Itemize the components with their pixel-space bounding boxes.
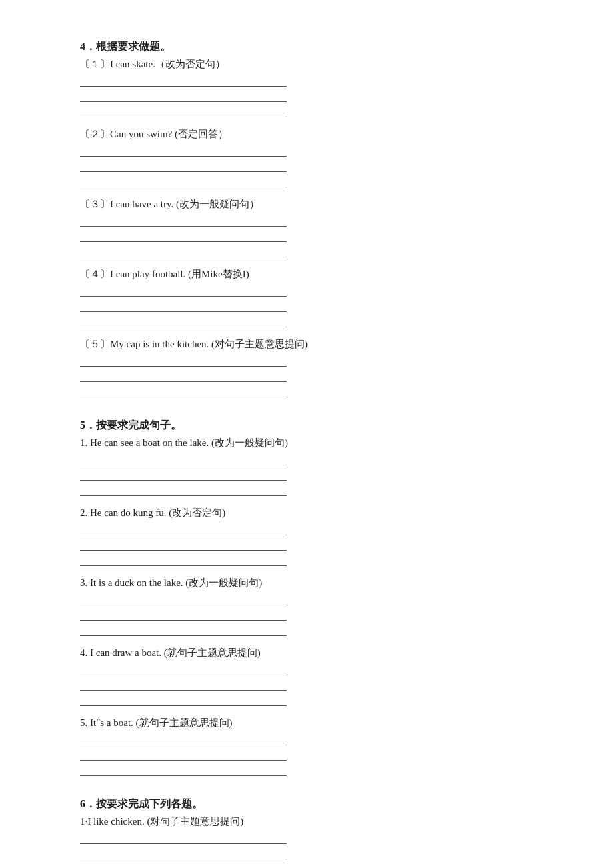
answer-line: [80, 522, 287, 535]
answer-line: [80, 213, 287, 227]
answer-line: [80, 763, 287, 776]
answer-line: [80, 104, 287, 117]
answer-line: [80, 592, 287, 605]
answer-line: [80, 483, 287, 496]
section-6: 6．按要求完成下列各题。 1·I like chicken. (对句子主题意思提…: [80, 797, 540, 868]
answer-line: [80, 174, 287, 187]
answer-line: [80, 693, 287, 706]
question-4-1-lines: [80, 73, 540, 117]
question-5-4: 4. I can draw a boat. (就句子主题意思提问): [80, 647, 540, 706]
question-4-5: 〔５〕My cap is in the kitchen. (对句子主题意思提问): [80, 338, 540, 397]
question-4-4-label: 〔４〕I can play football. (用Mike替换I): [80, 268, 540, 281]
question-4-5-lines: [80, 353, 540, 397]
question-4-1: 〔１〕I can skate.（改为否定句）: [80, 58, 540, 117]
answer-line: [80, 369, 287, 382]
question-6-1-label: 1·I like chicken. (对句子主题意思提问): [80, 815, 540, 828]
question-4-3-label: 〔３〕I can have a try. (改为一般疑问句）: [80, 198, 540, 211]
answer-line: [80, 89, 287, 102]
question-5-5-lines: [80, 732, 540, 776]
answer-line: [80, 229, 287, 242]
question-5-3-lines: [80, 592, 540, 636]
answer-line: [80, 143, 287, 157]
answer-line: [80, 299, 287, 312]
question-5-4-label: 4. I can draw a boat. (就句子主题意思提问): [80, 647, 540, 659]
answer-line: [80, 467, 287, 481]
section-5: 5．按要求完成句子。 1. He can see a boat on the l…: [80, 419, 540, 776]
answer-line: [80, 537, 287, 551]
section-4-title: 4．根据要求做题。: [80, 40, 540, 54]
section-4: 4．根据要求做题。 〔１〕I can skate.（改为否定句） 〔２〕Can …: [80, 40, 540, 397]
answer-line: [80, 623, 287, 636]
section-5-title: 5．按要求完成句子。: [80, 419, 540, 433]
answer-line: [80, 314, 287, 327]
question-5-2: 2. He can do kung fu. (改为否定句): [80, 507, 540, 566]
question-5-5: 5. It"s a boat. (就句子主题意思提问): [80, 717, 540, 776]
question-4-2-label: 〔２〕Can you swim? (否定回答）: [80, 128, 540, 141]
question-5-2-lines: [80, 522, 540, 566]
question-4-2-lines: [80, 143, 540, 187]
section-6-title: 6．按要求完成下列各题。: [80, 797, 540, 811]
answer-line: [80, 662, 287, 675]
question-6-1: 1·I like chicken. (对句子主题意思提问): [80, 815, 540, 868]
question-4-4-lines: [80, 283, 540, 327]
question-4-1-label: 〔１〕I can skate.（改为否定句）: [80, 58, 540, 71]
question-4-3: 〔３〕I can have a try. (改为一般疑问句）: [80, 198, 540, 257]
question-5-1-lines: [80, 452, 540, 496]
answer-line: [80, 283, 287, 297]
answer-line: [80, 732, 287, 745]
question-5-3-label: 3. It is a duck on the lake. (改为一般疑问句): [80, 577, 540, 589]
answer-line: [80, 73, 287, 87]
answer-line: [80, 159, 287, 172]
question-4-2: 〔２〕Can you swim? (否定回答）: [80, 128, 540, 187]
answer-line: [80, 846, 287, 859]
question-4-5-label: 〔５〕My cap is in the kitchen. (对句子主题意思提问): [80, 338, 540, 351]
question-5-3: 3. It is a duck on the lake. (改为一般疑问句): [80, 577, 540, 636]
answer-line: [80, 553, 287, 566]
answer-line: [80, 861, 287, 868]
question-5-2-label: 2. He can do kung fu. (改为否定句): [80, 507, 540, 519]
answer-line: [80, 607, 287, 621]
answer-line: [80, 353, 287, 367]
question-5-1: 1. He can see a boat on the lake. (改为一般疑…: [80, 437, 540, 496]
answer-line: [80, 677, 287, 691]
question-4-4: 〔４〕I can play football. (用Mike替换I): [80, 268, 540, 327]
answer-line: [80, 452, 287, 465]
question-4-3-lines: [80, 213, 540, 257]
answer-line: [80, 244, 287, 257]
answer-line: [80, 384, 287, 397]
question-5-5-label: 5. It"s a boat. (就句子主题意思提问): [80, 717, 540, 729]
question-5-1-label: 1. He can see a boat on the lake. (改为一般疑…: [80, 437, 540, 449]
question-6-1-lines: [80, 831, 540, 868]
question-5-4-lines: [80, 662, 540, 706]
answer-line: [80, 831, 287, 844]
answer-line: [80, 747, 287, 761]
